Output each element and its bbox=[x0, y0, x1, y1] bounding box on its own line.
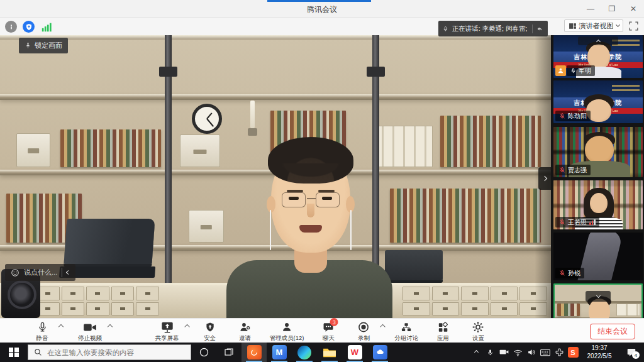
breakout-rooms-button[interactable]: 分组讨论 bbox=[394, 321, 418, 343]
settings-label: 设置 bbox=[472, 334, 484, 343]
video-options-chevron[interactable] bbox=[108, 324, 113, 329]
share-screen-button[interactable]: 共享屏幕 bbox=[155, 321, 179, 343]
search-icon bbox=[34, 348, 42, 356]
record-options-chevron[interactable] bbox=[380, 324, 385, 329]
participant-tile[interactable]: 孙锐 bbox=[553, 233, 643, 280]
participant-name: 王若思 bbox=[568, 218, 587, 227]
collapse-self-button[interactable] bbox=[586, 291, 611, 302]
invite-label: 邀请 bbox=[239, 334, 251, 343]
mic-muted-icon bbox=[559, 112, 565, 119]
wps-icon: W bbox=[348, 345, 362, 359]
now-speaking-label: 正在讲话: 李綦通; 闵春雷; bbox=[452, 25, 528, 33]
tray-network-icon[interactable] bbox=[511, 343, 525, 362]
view-mode-button[interactable]: 演讲者视图 bbox=[564, 19, 623, 32]
cloud-docs-taskbar-icon[interactable] bbox=[367, 343, 392, 362]
start-button[interactable] bbox=[0, 343, 28, 362]
speaker-eye bbox=[289, 197, 299, 200]
share-options-chevron[interactable] bbox=[184, 324, 189, 329]
apps-label: 应用 bbox=[437, 334, 449, 343]
tray-ime-icon[interactable] bbox=[552, 343, 566, 362]
windows-logo-icon bbox=[9, 348, 19, 358]
fullscreen-button[interactable] bbox=[628, 21, 639, 31]
drawer-cabinet bbox=[36, 287, 159, 315]
close-button[interactable]: ✕ bbox=[623, 0, 644, 18]
glasses-lens bbox=[282, 192, 306, 207]
participant-tile[interactable]: 贾志强 bbox=[553, 127, 643, 177]
folder-icon bbox=[323, 347, 336, 358]
divider bbox=[532, 25, 533, 33]
emoji-icon[interactable] bbox=[11, 268, 19, 277]
security-button[interactable]: 安全 bbox=[199, 321, 221, 343]
chevron-left-icon[interactable] bbox=[66, 270, 70, 275]
taskbar-clock[interactable]: 19:37 2022/5/5 bbox=[580, 344, 619, 360]
mute-button[interactable]: 静音 bbox=[31, 321, 53, 343]
chat-button[interactable]: 3 聊天 bbox=[318, 321, 339, 343]
file-explorer-taskbar-icon[interactable] bbox=[317, 343, 342, 362]
earphone-wire bbox=[270, 210, 271, 250]
titlebar[interactable]: 腾讯会议 — ❐ ✕ bbox=[0, 0, 644, 18]
task-view-button[interactable] bbox=[216, 343, 242, 362]
self-video-tile[interactable] bbox=[553, 283, 643, 318]
reply-arrow-icon[interactable] bbox=[536, 25, 543, 33]
tray-volume-icon[interactable] bbox=[525, 343, 538, 362]
pin-frame-label: 锁定画面 bbox=[35, 41, 62, 50]
participant-tile[interactable]: 吉林大学法学院 Jilin University School of Law 军… bbox=[553, 35, 643, 78]
meeting-toolbar: 静音 停止视频 共享屏幕 bbox=[0, 318, 644, 343]
m-app-taskbar-icon[interactable]: M bbox=[267, 343, 292, 362]
quick-chat-bubble[interactable]: 说点什么... bbox=[5, 264, 75, 281]
network-quality-icon[interactable] bbox=[40, 21, 52, 33]
tray-mic-icon[interactable] bbox=[483, 343, 497, 362]
binders-group bbox=[616, 304, 640, 316]
wall-clock-graphic bbox=[192, 104, 222, 134]
sidebar-collapse-tab[interactable] bbox=[538, 167, 551, 190]
tencent-meeting-window: 腾讯会议 — ❐ ✕ 正在讲话: 李綦通; 闵春雷; 演讲者视图 bbox=[0, 0, 644, 362]
edge-taskbar-icon[interactable] bbox=[292, 343, 317, 362]
security-label: 安全 bbox=[204, 334, 216, 343]
tray-display-icon[interactable] bbox=[497, 343, 511, 362]
action-center-button[interactable]: 4 bbox=[619, 343, 644, 362]
tray-expand-button[interactable] bbox=[469, 343, 483, 362]
end-meeting-button[interactable]: 结束会议 bbox=[590, 324, 635, 339]
minimize-button[interactable]: — bbox=[580, 0, 601, 18]
invite-button[interactable]: 邀请 bbox=[235, 321, 256, 343]
person-icon bbox=[281, 321, 293, 334]
maximize-button[interactable]: ❐ bbox=[601, 0, 623, 18]
audio-level-icon bbox=[589, 219, 596, 225]
windows-taskbar: M W bbox=[0, 343, 644, 362]
gear-icon bbox=[472, 321, 484, 334]
tray-touch-keyboard-icon[interactable] bbox=[538, 343, 552, 362]
view-mode-label: 演讲者视图 bbox=[579, 21, 614, 31]
cortana-icon bbox=[199, 347, 209, 358]
apps-grid-icon bbox=[437, 321, 448, 334]
breakout-rooms-label: 分组讨论 bbox=[394, 334, 418, 343]
mic-muted-icon bbox=[559, 167, 565, 173]
record-icon bbox=[358, 321, 370, 334]
search-input[interactable] bbox=[47, 349, 173, 356]
meeting-info-icon[interactable] bbox=[5, 21, 17, 33]
edge-icon bbox=[297, 346, 311, 359]
stop-video-button[interactable]: 停止视频 bbox=[78, 321, 102, 343]
participant-tile[interactable]: 王若思 bbox=[553, 180, 643, 229]
manage-members-button[interactable]: 管理成员(12) bbox=[270, 321, 304, 343]
wps-taskbar-icon[interactable]: W bbox=[342, 343, 367, 362]
sidebar-collapse-button[interactable] bbox=[578, 36, 618, 45]
frame-post bbox=[165, 35, 172, 318]
person-add-icon bbox=[239, 321, 252, 334]
books-group bbox=[440, 116, 541, 167]
apps-button[interactable]: 应用 bbox=[432, 321, 453, 343]
mute-options-chevron[interactable] bbox=[58, 324, 64, 329]
cortana-button[interactable] bbox=[191, 343, 216, 362]
chat-input-placeholder[interactable]: 说点什么... bbox=[24, 268, 57, 277]
books-group bbox=[390, 189, 541, 243]
background-motto-text bbox=[612, 83, 640, 91]
settings-button[interactable]: 设置 bbox=[467, 321, 489, 343]
sogou-input-icon[interactable]: S bbox=[566, 343, 580, 362]
task-view-icon bbox=[224, 348, 234, 358]
meeting-app-taskbar-icon[interactable] bbox=[242, 343, 267, 362]
participant-tile[interactable]: 吉林大学法学院 Jilin University School of Law 陈… bbox=[553, 80, 643, 123]
taskbar-search[interactable] bbox=[28, 344, 191, 360]
shield-protect-icon[interactable] bbox=[23, 21, 35, 33]
record-button[interactable]: 录制 bbox=[353, 321, 374, 343]
pin-frame-tooltip[interactable]: 锁定画面 bbox=[19, 38, 68, 53]
main-video-tile[interactable] bbox=[0, 35, 551, 318]
